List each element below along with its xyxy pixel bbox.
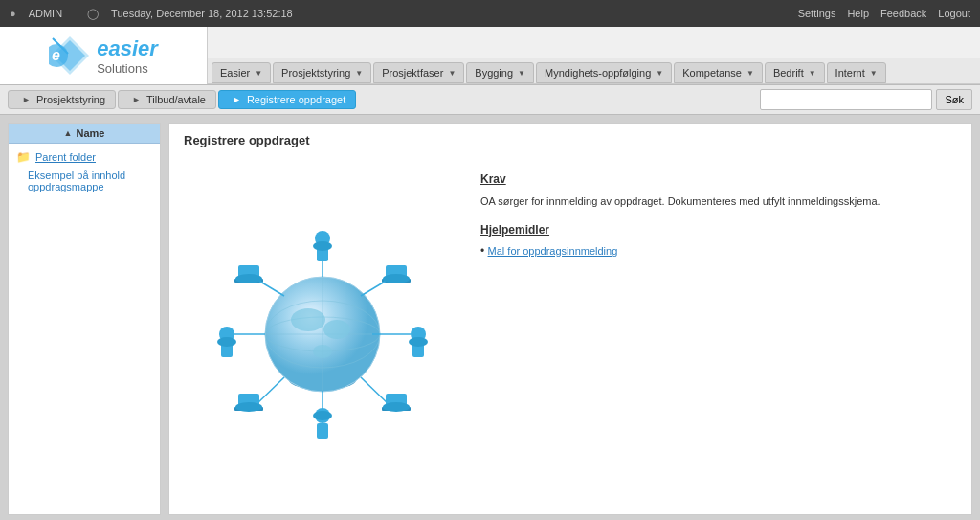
svg-point-39 — [383, 274, 410, 283]
svg-point-47 — [383, 402, 410, 412]
clock-icon: ◯ — [87, 8, 99, 20]
svg-point-14 — [323, 320, 350, 339]
chevron-down-icon: ▼ — [518, 69, 525, 78]
logo-easier: easier — [97, 36, 158, 61]
nav-bar: Easier ▼ Prosjektstyring ▼ Prosjektfaser… — [208, 27, 980, 84]
chevron-right-icon: ► — [233, 95, 241, 104]
search-box: Søk — [760, 89, 972, 110]
hjelpemidler-item: Mal for oppdragsinnmelding — [480, 244, 957, 258]
mal-link[interactable]: Mal for oppdragsinnmelding — [488, 245, 618, 257]
content-body: Krav OA sørger for innmelding av oppdrag… — [169, 153, 971, 514]
sidebar-sort-bar[interactable]: ▲ Name — [9, 124, 160, 144]
user-icon: ● — [10, 8, 16, 19]
logo: e easier Solutions — [0, 27, 208, 84]
hjelpemidler-list: Mal for oppdragsinnmelding — [480, 244, 957, 258]
chevron-down-icon: ▼ — [870, 69, 878, 78]
logo-solutions: Solutions — [97, 61, 158, 76]
sidebar-items: 📁 Parent folder Eksempel på innhold oppd… — [9, 144, 160, 199]
top-bar-right: Settings Help Feedback Logout — [798, 8, 970, 19]
svg-text:e: e — [52, 47, 60, 63]
search-button[interactable]: Søk — [936, 89, 972, 110]
nav-prosjektfaser[interactable]: Prosjektfaser ▼ — [373, 62, 464, 83]
top-bar-left: ● ADMIN ◯ Tuesday, December 18, 2012 13:… — [10, 8, 293, 20]
top-bar: ● ADMIN ◯ Tuesday, December 18, 2012 13:… — [0, 0, 980, 27]
main-content: ▲ Name 📁 Parent folder Eksempel på innho… — [0, 115, 980, 520]
chevron-down-icon: ▼ — [355, 69, 363, 78]
breadcrumb-bar: ► Prosjektstyring ► Tilbud/avtale ► Regi… — [0, 85, 980, 115]
svg-point-23 — [313, 411, 332, 420]
globe-illustration — [189, 210, 457, 459]
main-nav: Easier ▼ Prosjektstyring ▼ Prosjektfaser… — [208, 58, 980, 84]
krav-heading: Krav — [480, 172, 957, 186]
nav-internt[interactable]: Internt ▼ — [827, 62, 886, 83]
krav-text: OA sørger for innmelding av oppdraget. D… — [480, 193, 957, 210]
chevron-down-icon: ▼ — [809, 69, 816, 78]
nav-bygging[interactable]: Bygging ▼ — [466, 62, 534, 83]
logo-content: e easier Solutions — [49, 34, 158, 77]
nav-kompetanse[interactable]: Kompetanse ▼ — [674, 62, 763, 83]
help-link[interactable]: Help — [847, 8, 869, 19]
svg-line-46 — [361, 377, 391, 407]
search-input[interactable] — [760, 89, 932, 110]
svg-point-27 — [217, 337, 236, 347]
nav-myndighets[interactable]: Myndighets-oppfølging ▼ — [536, 62, 672, 83]
logout-link[interactable]: Logout — [938, 8, 970, 19]
content-title: Registrere oppdraget — [169, 124, 971, 153]
hjelpemidler-heading: Hjelpemidler — [480, 223, 957, 237]
sidebar-parent-folder-label: Parent folder — [35, 151, 96, 163]
svg-point-19 — [313, 241, 332, 251]
sort-up-icon: ▲ — [64, 128, 73, 138]
nav-easier[interactable]: Easier ▼ — [212, 62, 271, 83]
svg-point-35 — [235, 274, 262, 283]
feedback-link[interactable]: Feedback — [880, 8, 926, 19]
folder-icon: 📁 — [16, 150, 31, 164]
breadcrumb: ► Prosjektstyring ► Tilbud/avtale ► Regi… — [8, 90, 358, 109]
nav-bedrift[interactable]: Bedrift ▼ — [765, 62, 825, 83]
svg-point-43 — [235, 402, 262, 412]
sidebar: ▲ Name 📁 Parent folder Eksempel på innho… — [8, 123, 161, 515]
chevron-down-icon: ▼ — [656, 69, 663, 78]
content-panel: Registrere oppdraget — [168, 123, 972, 515]
svg-line-42 — [254, 377, 284, 407]
chevron-down-icon: ▼ — [448, 69, 456, 78]
breadcrumb-tilbud[interactable]: ► Tilbud/avtale — [118, 90, 216, 109]
sidebar-name-label: Name — [76, 127, 104, 139]
sidebar-subitem[interactable]: Eksempel på innhold oppdragsmappe — [9, 167, 160, 195]
chevron-right-icon: ► — [22, 95, 31, 104]
settings-link[interactable]: Settings — [798, 8, 836, 19]
chevron-down-icon: ▼ — [255, 69, 262, 78]
breadcrumb-registrere[interactable]: ► Registrere oppdraget — [218, 90, 356, 109]
chevron-right-icon: ► — [132, 95, 141, 104]
breadcrumb-prosjektstyring[interactable]: ► Prosjektstyring — [8, 90, 116, 109]
svg-point-15 — [313, 345, 332, 358]
logo-icon: e — [49, 34, 91, 77]
svg-point-31 — [409, 337, 428, 347]
admin-label: ADMIN — [29, 8, 62, 19]
chevron-down-icon: ▼ — [746, 69, 754, 78]
nav-prosjektstyring[interactable]: Prosjektstyring ▼ — [273, 62, 371, 83]
svg-rect-21 — [317, 423, 328, 439]
logo-text: easier Solutions — [97, 36, 158, 76]
svg-point-13 — [291, 308, 325, 331]
content-image — [184, 163, 461, 505]
content-text: Krav OA sørger for innmelding av oppdrag… — [480, 163, 957, 505]
sidebar-parent-folder[interactable]: 📁 Parent folder — [9, 147, 160, 167]
header: e easier Solutions Easier ▼ Prosjektstyr… — [0, 27, 980, 85]
datetime-label: Tuesday, December 18, 2012 13:52:18 — [111, 8, 293, 19]
